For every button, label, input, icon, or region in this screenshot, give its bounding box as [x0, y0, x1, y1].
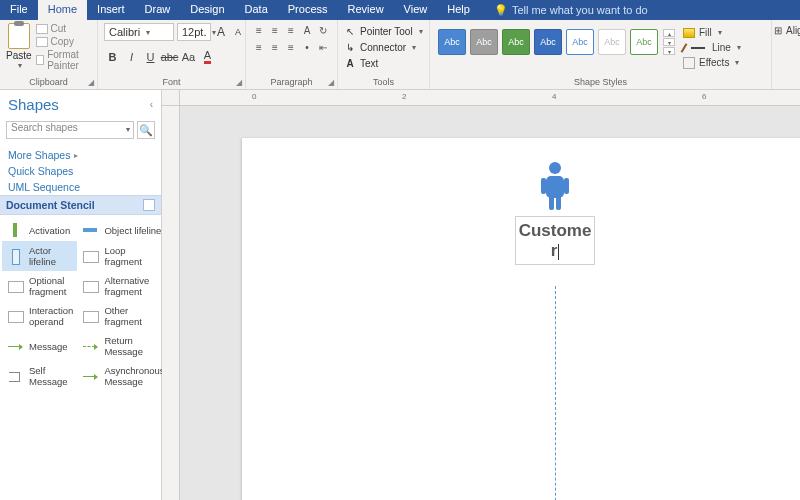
stencil-header[interactable]: Document Stencil [0, 195, 161, 215]
shape-master[interactable]: Asynchronous Message [77, 361, 168, 391]
dialog-launcher-icon[interactable]: ◢ [88, 78, 94, 87]
cut-button[interactable]: Cut [36, 23, 91, 34]
shape-master[interactable]: Activation [2, 219, 77, 241]
copy-button[interactable]: Copy [36, 36, 91, 47]
shape-master-label: Alternative fragment [104, 275, 164, 297]
rotate-text-button[interactable]: ↻ [316, 23, 330, 37]
gallery-up-button[interactable]: ▴ [663, 29, 675, 37]
menu-help[interactable]: Help [437, 0, 480, 20]
ruler-tick: 4 [552, 92, 556, 101]
menu-process[interactable]: Process [278, 0, 338, 20]
shape-thumb-icon [6, 279, 24, 293]
shape-master[interactable]: Optional fragment [2, 271, 77, 301]
paste-button[interactable]: Paste ▾ [6, 23, 32, 70]
gallery-down-button[interactable]: ▾ [663, 38, 675, 46]
connector-tool-button[interactable]: ↳Connector▾ [344, 39, 423, 55]
menu-design[interactable]: Design [180, 0, 234, 20]
pointer-tool-button[interactable]: ↖Pointer Tool▾ [344, 23, 423, 39]
stencil-link[interactable]: More Shapes▸ [8, 149, 153, 161]
svg-rect-1 [546, 176, 564, 198]
dialog-launcher-icon[interactable]: ◢ [328, 78, 334, 87]
shape-master-label: Actor lifeline [29, 245, 73, 267]
shape-master[interactable]: Return Message [77, 331, 168, 361]
style-swatch[interactable]: Abc [630, 29, 658, 55]
align-center-button[interactable]: ≡ [268, 40, 282, 54]
ruler-tick: 0 [252, 92, 256, 101]
shape-thumb-icon [81, 339, 99, 353]
underline-button[interactable]: U [142, 48, 159, 65]
panel-collapse-button[interactable]: ‹ [150, 99, 153, 110]
style-swatch[interactable]: Abc [598, 29, 626, 55]
svg-rect-3 [556, 194, 561, 210]
grow-font-button[interactable]: A [214, 23, 228, 41]
change-case-button[interactable]: Aa [180, 48, 197, 65]
shape-thumb-icon [81, 279, 99, 293]
shape-master[interactable]: Loop fragment [77, 241, 168, 271]
style-swatch[interactable]: Abc [566, 29, 594, 55]
shape-master[interactable]: Other fragment [77, 301, 168, 331]
pencil-icon [681, 43, 688, 53]
menu-draw[interactable]: Draw [135, 0, 181, 20]
shape-master[interactable]: Interaction operand [2, 301, 77, 331]
shape-master[interactable]: Object lifeline [77, 219, 168, 241]
align-top-button[interactable]: ≡ [252, 23, 266, 37]
text-tool-button[interactable]: AText [344, 55, 423, 71]
format-painter-button[interactable]: Format Painter [36, 49, 91, 71]
strike-button[interactable]: abc [161, 48, 178, 65]
actor-label-editing[interactable]: Custome r [515, 216, 595, 265]
font-size-combo[interactable]: 12pt.▾ [177, 23, 211, 41]
shape-effects-button[interactable]: Effects▾ [683, 55, 741, 70]
menu-file[interactable]: File [0, 0, 38, 20]
paintbrush-icon [36, 55, 45, 65]
align-button[interactable]: ⊞Alig [774, 23, 800, 38]
menu-home[interactable]: Home [38, 0, 87, 20]
shape-master[interactable]: Self Message [2, 361, 77, 391]
align-middle-button[interactable]: ≡ [268, 23, 282, 37]
decrease-indent-button[interactable]: ⇤ [316, 40, 330, 54]
style-swatch[interactable]: Abc [470, 29, 498, 55]
style-swatch[interactable]: Abc [438, 29, 466, 55]
shape-master-label: Return Message [104, 335, 164, 357]
style-swatch[interactable]: Abc [534, 29, 562, 55]
menu-view[interactable]: View [394, 0, 438, 20]
shrink-font-button[interactable]: A [231, 23, 245, 41]
italic-button[interactable]: I [123, 48, 140, 65]
lifeline-dash[interactable] [555, 286, 556, 500]
gallery-more-button[interactable]: ▾ [663, 47, 675, 55]
dialog-launcher-icon[interactable]: ◢ [236, 78, 242, 87]
menu-review[interactable]: Review [338, 0, 394, 20]
ribbon: Paste ▾ Cut Copy Format Painter Clipboar… [0, 20, 800, 90]
menu-insert[interactable]: Insert [87, 0, 135, 20]
page[interactable]: Custome r [242, 138, 800, 500]
font-color-button[interactable]: A [199, 48, 216, 65]
style-swatch[interactable]: Abc [502, 29, 530, 55]
shape-master[interactable]: Alternative fragment [77, 271, 168, 301]
align-left-button[interactable]: ≡ [252, 40, 266, 54]
paint-bucket-icon [683, 28, 695, 38]
stencil-link[interactable]: UML Sequence [8, 181, 153, 193]
bold-button[interactable]: B [104, 48, 121, 65]
shape-search-input[interactable]: Search shapes ▾ [6, 121, 134, 139]
text-direction-button[interactable]: A [300, 23, 314, 37]
search-button[interactable]: 🔍 [137, 121, 155, 139]
bullets-button[interactable]: • [300, 40, 314, 54]
shape-thumb-icon [81, 369, 99, 383]
tell-me-search[interactable]: 💡 Tell me what you want to do [480, 0, 648, 20]
actor-lifeline-shape[interactable]: Custome r [515, 160, 595, 265]
shape-line-button[interactable]: Line▾ [683, 40, 741, 55]
align-bottom-button[interactable]: ≡ [284, 23, 298, 37]
shape-thumb-icon [81, 249, 99, 263]
align-right-button[interactable]: ≡ [284, 40, 298, 54]
effects-icon [683, 57, 695, 69]
shape-master[interactable]: Actor lifeline [2, 241, 77, 271]
drawing-canvas[interactable]: 0246 Custome r [162, 90, 800, 500]
shape-master[interactable]: Message [2, 331, 77, 361]
menu-data[interactable]: Data [235, 0, 278, 20]
shape-thumb-icon [81, 223, 99, 237]
font-name-combo[interactable]: Calibri▾ [104, 23, 174, 41]
stencil-link[interactable]: Quick Shapes [8, 165, 153, 177]
shape-master-label: Object lifeline [104, 225, 161, 236]
shape-fill-button[interactable]: Fill▾ [683, 25, 741, 40]
svg-point-0 [549, 162, 561, 174]
style-gallery[interactable]: Abc Abc Abc Abc Abc Abc Abc ▴ ▾ ▾ [436, 23, 675, 55]
